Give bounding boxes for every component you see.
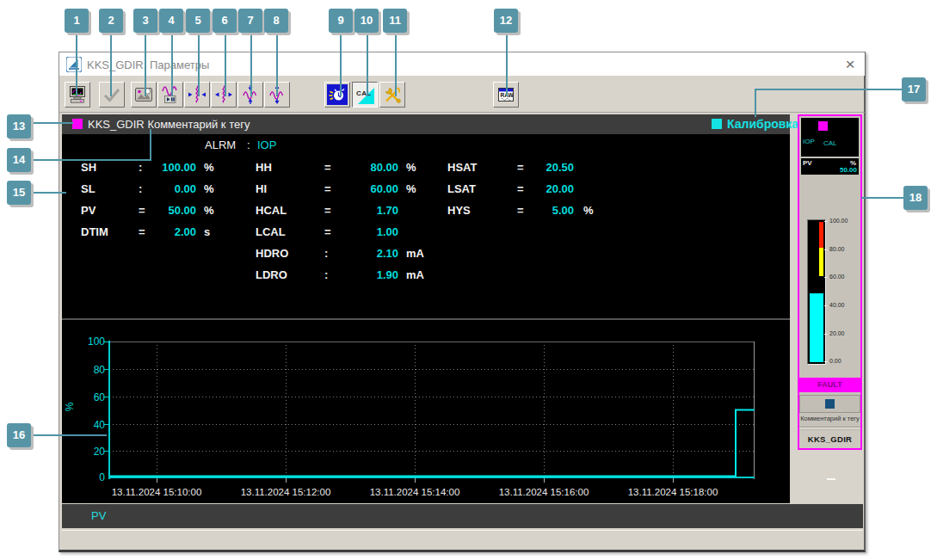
tag-alarm-square <box>72 119 83 129</box>
param-sep: : <box>324 268 328 282</box>
bar-tick <box>824 334 828 335</box>
callout-line <box>861 197 904 199</box>
trend-play-pause-button[interactable] <box>157 82 183 108</box>
trend-legend-bar <box>62 504 863 528</box>
service-tools-button[interactable] <box>379 82 405 108</box>
faceplate-tag[interactable]: KKS_GDIR <box>799 431 860 448</box>
bar-scale-label: 0.00 <box>829 358 841 364</box>
bar-tick <box>824 361 828 362</box>
alarm-lamp-icon <box>327 84 348 105</box>
bar-tick <box>824 277 828 278</box>
param-label: PV <box>81 204 96 218</box>
bar-scale-label: 80.00 <box>829 246 845 252</box>
callout-badge-7: 7 <box>238 9 262 33</box>
param-label: HYS <box>447 204 471 218</box>
ytick-label: 40 <box>79 419 105 431</box>
callout-badge-14: 14 <box>7 148 31 172</box>
param-label: HSAT <box>447 161 477 175</box>
callout-line <box>198 33 200 96</box>
quality-indicator-box[interactable] <box>799 395 860 413</box>
bar-tick <box>824 221 828 222</box>
param-label: LCAL <box>256 225 286 239</box>
section-divider <box>62 318 790 320</box>
legend-pv-label[interactable]: PV <box>91 509 106 522</box>
quality-indicator-square <box>825 399 835 409</box>
calibration-mode-label: Калибровка <box>727 117 798 131</box>
param-label: SL <box>81 182 96 196</box>
param-label: HCAL <box>256 204 287 218</box>
param-label: HDRO <box>256 247 288 261</box>
callout-badge-5: 5 <box>186 9 210 33</box>
callout-line <box>76 33 77 96</box>
calibration-status-square <box>712 119 722 129</box>
ytick-label: 80 <box>79 364 105 376</box>
service-tools-icon <box>382 84 403 105</box>
fault-banner: FAULT <box>799 378 860 392</box>
callout-badge-16: 16 <box>7 423 31 447</box>
param-sep: = <box>324 225 331 239</box>
param-value[interactable]: 100.00 <box>129 161 196 175</box>
alarm-label: ALRM <box>205 138 236 151</box>
tag-title: KKS_GDIR Комментарий к тегу <box>88 118 250 131</box>
param-value[interactable]: 5.00 <box>507 204 574 218</box>
param-unit: % <box>583 204 594 218</box>
param-value[interactable]: 1.90 <box>331 268 398 282</box>
callout-line <box>145 33 146 96</box>
wave-play-pause-icon <box>160 84 181 105</box>
time-scale-expand-button[interactable] <box>211 82 237 108</box>
time-scale-compress-button[interactable] <box>184 82 210 108</box>
param-label: HH <box>256 161 272 175</box>
param-value[interactable]: 20.00 <box>507 182 574 196</box>
param-value[interactable]: 1.00 <box>331 225 398 239</box>
callout-line <box>31 159 151 161</box>
param-value[interactable]: 20.50 <box>507 161 574 175</box>
callout-badge-18: 18 <box>903 186 928 210</box>
param-sep: = <box>324 161 331 175</box>
flag-cal: CAL <box>823 139 837 147</box>
alarm-settings-button[interactable] <box>324 82 350 108</box>
callout-line <box>506 33 508 96</box>
confirm-check-icon <box>102 84 122 105</box>
tag-name: KKS_GDIR <box>88 118 145 131</box>
param-value[interactable]: 50.00 <box>129 204 196 218</box>
calibration-mode-button[interactable]: CAL <box>352 82 378 108</box>
param-value[interactable]: 2.10 <box>331 247 398 261</box>
callout-line <box>171 33 173 96</box>
bar-high-zone <box>819 222 823 248</box>
bar-scale-label: 40.00 <box>829 302 845 308</box>
callout-line <box>31 434 107 436</box>
alarm-value: IOP <box>257 138 276 151</box>
callout-badge-2: 2 <box>99 9 123 33</box>
confirm-button[interactable] <box>99 82 125 108</box>
param-value[interactable]: 60.00 <box>331 182 398 196</box>
param-value[interactable]: 2.00 <box>129 225 196 239</box>
callout-badge-12: 12 <box>494 9 518 33</box>
param-value[interactable]: 1.70 <box>331 204 398 218</box>
bar-fill <box>810 293 823 362</box>
close-button[interactable]: × <box>840 54 860 75</box>
callout-badge-11: 11 <box>383 9 407 33</box>
param-label: LDRO <box>256 268 287 282</box>
param-unit: mA <box>406 247 424 261</box>
page: KKS_GDIR. Параметры × <box>0 0 937 560</box>
status-bar <box>62 530 863 550</box>
trend-plot[interactable] <box>101 339 756 485</box>
callout-badge-6: 6 <box>213 9 237 33</box>
param-value[interactable]: 0.00 <box>129 182 196 196</box>
xtick-label: 13.11.2024 15:14:00 <box>350 487 479 497</box>
bar-scale-label: 20.00 <box>829 330 845 336</box>
xtick-label: 13.11.2024 15:18:00 <box>608 487 737 497</box>
callout-line <box>250 33 252 96</box>
callout-badge-13: 13 <box>7 114 31 138</box>
callout-badge-9: 9 <box>329 9 353 33</box>
param-unit: % <box>204 204 214 218</box>
param-value[interactable]: 80.00 <box>331 161 398 175</box>
param-unit: s <box>204 225 210 239</box>
trend-snapshot-button[interactable] <box>131 82 157 108</box>
print-trend-button[interactable] <box>65 82 90 108</box>
y-axis-unit-label: % <box>64 398 76 415</box>
faceplate-alarm-square <box>818 121 828 131</box>
print-trend-icon <box>67 84 88 105</box>
callout-line <box>755 89 756 117</box>
param-unit: % <box>204 182 214 196</box>
